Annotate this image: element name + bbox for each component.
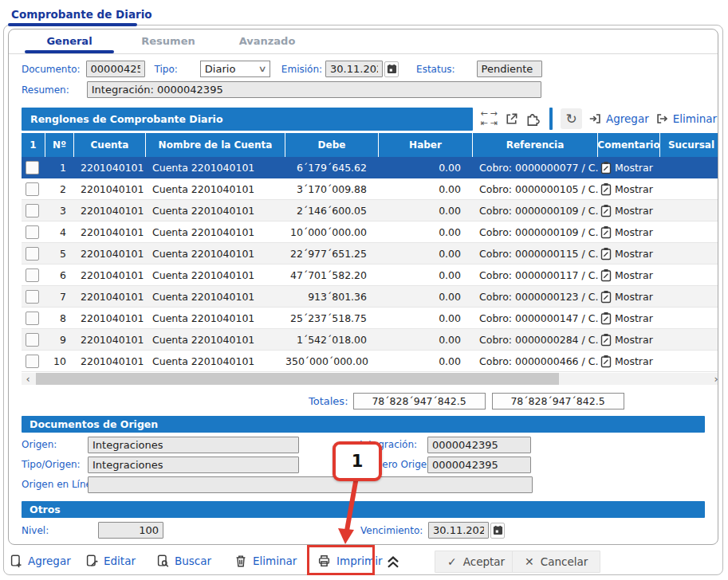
editar-button[interactable]: Editar	[85, 554, 136, 568]
integracion-input[interactable]	[427, 437, 531, 453]
table-row[interactable]: 9 2201040101 Cuenta 2201040101 1´542´018…	[22, 329, 718, 351]
double-chevron-up-icon	[384, 552, 402, 570]
document-add-icon	[9, 554, 23, 568]
table-row[interactable]: 7 2201040101 Cuenta 2201040101 913´801.3…	[22, 286, 718, 308]
mostrar-link[interactable]: Mostrar	[598, 225, 660, 239]
col-cuenta[interactable]: Cuenta	[74, 133, 146, 157]
cell-cuenta: 2201040101	[74, 334, 146, 346]
mostrar-link[interactable]: Mostrar	[598, 312, 660, 325]
buscar-button[interactable]: Buscar	[155, 554, 211, 568]
mostrar-link[interactable]: Mostrar	[598, 182, 660, 196]
row-checkbox[interactable]	[26, 161, 39, 174]
vencimiento-input[interactable]	[428, 522, 489, 539]
cell-haber: 0.00	[379, 226, 473, 238]
mostrar-link[interactable]: Mostrar	[598, 204, 660, 217]
eliminar-button[interactable]: Eliminar	[234, 554, 297, 568]
mostrar-label: Mostrar	[615, 334, 653, 346]
horizontal-scrollbar[interactable]: ‹ ›	[22, 373, 718, 385]
grid-delete-row-button[interactable]: Eliminar	[655, 112, 717, 126]
table-row[interactable]: 1 2201040101 Cuenta 2201040101 6´179´645…	[22, 157, 718, 178]
mostrar-label: Mostrar	[615, 312, 653, 324]
mostrar-link[interactable]: Mostrar	[598, 268, 660, 282]
mostrar-link[interactable]: Mostrar	[598, 355, 660, 368]
row-checkbox[interactable]	[26, 312, 39, 325]
table-row[interactable]: 3 2201040101 Cuenta 2201040101 2´146´600…	[22, 200, 718, 221]
plugin-icon[interactable]	[525, 111, 541, 127]
scroll-left-icon[interactable]: ‹	[22, 373, 34, 385]
cell-nombre: Cuenta 2201040101	[146, 355, 285, 367]
row-checkbox[interactable]	[26, 333, 39, 347]
first-record-icon[interactable]: ⇤	[479, 119, 489, 128]
cell-referencia: Cobro: 0000000077 / C...	[473, 162, 598, 174]
cell-haber: 0.00	[379, 355, 473, 367]
col-select[interactable]: 1	[22, 133, 45, 157]
cell-numero: 10	[45, 355, 74, 367]
cell-debe: 2´146´600.05	[285, 205, 379, 217]
grid-add-row-label: Agregar	[606, 112, 649, 125]
col-numero[interactable]: Nº	[45, 133, 74, 157]
row-checkbox[interactable]	[26, 204, 39, 217]
mostrar-link[interactable]: Mostrar	[598, 247, 660, 261]
eliminar-label: Eliminar	[253, 555, 297, 567]
scroll-right-icon[interactable]: ›	[710, 373, 718, 385]
resumen-input[interactable]	[87, 81, 541, 98]
grid-add-row-button[interactable]: Agregar	[588, 112, 649, 126]
last-record-icon[interactable]: ⇥	[489, 119, 498, 128]
col-haber[interactable]: Haber	[379, 133, 473, 157]
row-checkbox[interactable]	[26, 268, 39, 282]
tipo-select[interactable]: Diario ∨	[200, 61, 270, 77]
origen-input[interactable]	[88, 437, 299, 453]
agregar-button[interactable]: Agregar	[9, 554, 71, 568]
emision-label: Emisión:	[281, 64, 322, 75]
record-navigation[interactable]: ← → ⇤ ⇥	[479, 109, 498, 128]
calendar-icon[interactable]	[384, 61, 399, 77]
grid-title: Renglones de Comprobante Diario	[22, 108, 473, 131]
tipo-value: Diario	[205, 63, 236, 75]
table-row[interactable]: 10 2201040101 Cuenta 2201040101 350´000´…	[22, 351, 718, 372]
origen-linea-input[interactable]	[88, 476, 533, 493]
col-nombre[interactable]: Nombre de la Cuenta	[146, 133, 285, 157]
collapse-toolbar-button[interactable]	[384, 552, 402, 570]
comment-note-icon	[600, 182, 612, 196]
refresh-button[interactable]: ↻	[561, 108, 582, 129]
row-checkbox[interactable]	[26, 225, 39, 239]
documento-input[interactable]	[86, 61, 145, 77]
cell-cuenta: 2201040101	[74, 183, 146, 195]
col-referencia[interactable]: Referencia	[473, 133, 598, 157]
expand-grid-icon[interactable]	[504, 112, 519, 127]
table-row[interactable]: 2 2201040101 Cuenta 2201040101 3´170´009…	[22, 178, 718, 200]
table-row[interactable]: 6 2201040101 Cuenta 2201040101 47´701´58…	[22, 265, 718, 286]
document-edit-icon	[85, 554, 99, 568]
scrollbar-thumb[interactable]	[36, 373, 559, 385]
tab-resumen[interactable]: Resumen	[119, 29, 218, 53]
table-row[interactable]: 4 2201040101 Cuenta 2201040101 10´000´00…	[22, 221, 718, 243]
table-row[interactable]: 8 2201040101 Cuenta 2201040101 25´237´51…	[22, 308, 718, 329]
col-debe[interactable]: Debe	[285, 133, 379, 157]
table-row[interactable]: 5 2201040101 Cuenta 2201040101 22´977´65…	[22, 243, 718, 265]
chevron-down-icon: ∨	[258, 64, 266, 74]
col-comentario[interactable]: Comentario	[598, 133, 660, 157]
cell-cuenta: 2201040101	[74, 355, 146, 367]
aceptar-button[interactable]: ✓ Aceptar	[435, 551, 517, 573]
mostrar-link[interactable]: Mostrar	[598, 161, 660, 174]
row-checkbox[interactable]	[26, 290, 39, 304]
cancelar-button[interactable]: ✕ Cancelar	[512, 551, 600, 573]
estatus-input[interactable]	[477, 61, 542, 77]
cell-haber: 0.00	[379, 334, 473, 346]
mostrar-label: Mostrar	[615, 205, 653, 217]
vencimiento-calendar-icon[interactable]	[490, 523, 505, 539]
row-checkbox[interactable]	[26, 355, 39, 368]
tipo-origen-input[interactable]	[88, 457, 299, 473]
tab-general[interactable]: General	[20, 29, 119, 53]
col-sucursal[interactable]: Sucursal	[660, 133, 718, 157]
tab-avanzado[interactable]: Avanzado	[218, 29, 317, 53]
emision-input[interactable]	[325, 61, 383, 77]
cell-nombre: Cuenta 2201040101	[146, 162, 285, 174]
row-checkbox[interactable]	[26, 247, 39, 261]
mostrar-link[interactable]: Mostrar	[598, 333, 660, 347]
row-checkbox[interactable]	[26, 182, 39, 196]
origen-label: Origen:	[22, 437, 88, 450]
numero-origen-input[interactable]	[427, 457, 531, 473]
mostrar-link[interactable]: Mostrar	[598, 290, 660, 304]
nivel-input[interactable]	[98, 522, 163, 539]
